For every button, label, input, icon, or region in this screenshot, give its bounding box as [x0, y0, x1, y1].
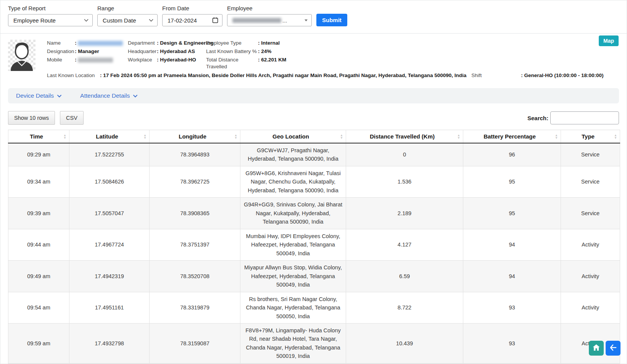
route-table-body: 09:29 am17.522275578.3964893G9CW+WJ7, Pr…	[8, 143, 620, 364]
person-silhouette-icon	[8, 40, 35, 71]
cell-longitude: 78.3520708	[150, 261, 240, 292]
table-row: 09:34 am17.508462678.3962725G95W+8G6, Kr…	[8, 166, 620, 197]
cell-type: Service	[561, 198, 620, 229]
home-icon	[593, 344, 600, 352]
info-field-label: Workplace	[128, 56, 157, 63]
cell-battery-percentage: 96	[463, 143, 561, 166]
floating-buttons	[589, 341, 621, 356]
csv-export-button[interactable]: CSV	[60, 111, 84, 125]
cell-battery-percentage: 95	[463, 198, 561, 229]
employee-field: Employee ...	[227, 5, 312, 26]
info-field-label: Department	[128, 40, 157, 47]
cell-type: Service	[561, 166, 620, 197]
type-of-report-value: Employee Route	[13, 17, 56, 24]
cell-latitude: 17.5057047	[69, 198, 150, 229]
cell-time: 09:59 am	[8, 323, 69, 363]
column-header-longitude[interactable]: Longitude▲▼	[150, 130, 240, 143]
info-field-value: :	[75, 56, 113, 63]
table-row: 09:29 am17.522275578.3964893G9CW+WJ7, Pr…	[8, 143, 620, 166]
show-rows-button[interactable]: Show 10 rows	[8, 111, 55, 125]
info-field-label: Mobile	[47, 56, 75, 63]
info-column-1: Name: Designation: ManagerMobile:	[47, 40, 128, 70]
table-row: 09:39 am17.505704778.3908365G94R+GG9, Sr…	[8, 198, 620, 229]
cell-geo-location: Mumbai Hwy, IDPI Employees Colony, Hafee…	[240, 229, 346, 260]
cell-time: 09:44 am	[8, 229, 69, 260]
employee-profile-panel: Map Name: Designation: ManagerMobile: De…	[0, 34, 627, 84]
table-controls: Show 10 rows CSV Search:	[8, 111, 619, 125]
sort-arrows-icon: ▲▼	[340, 134, 343, 139]
chevron-down-icon	[149, 19, 153, 22]
info-field-label: Last Known Battery %	[206, 48, 258, 55]
cell-longitude: 78.3319879	[150, 292, 240, 323]
table-row: 09:49 am17.494231978.3520708Miyapur Allw…	[8, 261, 620, 292]
cell-geo-location: G9CW+WJ7, Pragathi Nagar, Hyderabad, Tel…	[240, 143, 346, 166]
cell-longitude: 78.3962725	[150, 166, 240, 197]
info-field-label: Designation	[47, 48, 75, 55]
from-date-field: From Date 17-02-2024	[162, 5, 222, 26]
chevron-down-icon	[57, 92, 62, 99]
last-known-location-row: Last Known Location : 17 Feb 2024 05:50 …	[47, 72, 619, 79]
cell-battery-percentage: 93	[463, 323, 561, 363]
type-of-report-label: Type of Report	[8, 5, 93, 11]
cell-time: 09:54 am	[8, 292, 69, 323]
info-field: Mobile:	[47, 56, 128, 63]
cell-battery-percentage: 94	[463, 261, 561, 292]
route-table: Time▲▼Latitude▲▼Longitude▲▼Geo Location▲…	[8, 130, 620, 364]
cell-time: 09:29 am	[8, 143, 69, 166]
search-label: Search:	[527, 115, 548, 121]
column-header-time[interactable]: Time▲▼	[8, 130, 69, 143]
range-value: Custom Date	[103, 17, 136, 24]
column-header-distance-travelled-km-[interactable]: Distance Travelled (Km)▲▼	[346, 130, 463, 143]
shift-value: : General-HO (10:00:00 - 18:00:00)	[521, 72, 603, 79]
column-header-battery-percentage[interactable]: Battery Percentage▲▼	[463, 130, 561, 143]
cell-geo-location: Miyapur Allwyn Bus Stop, Widia Colony, H…	[240, 261, 346, 292]
info-field: Workplace: Hyderabad-HO	[128, 56, 206, 63]
cell-distance-travelled-km-: 8.722	[346, 292, 463, 323]
info-field-value: : Hyderabad-HO	[157, 56, 196, 63]
cell-latitude: 17.5084626	[69, 166, 150, 197]
sort-arrows-icon: ▲▼	[555, 134, 558, 139]
map-button[interactable]: Map	[599, 35, 619, 46]
cell-longitude: 78.3964893	[150, 143, 240, 166]
cell-latitude: 17.4951161	[69, 292, 150, 323]
info-field-value: : Hyderabad AS	[157, 48, 195, 55]
chevron-down-icon	[84, 19, 89, 22]
cell-distance-travelled-km-: 0	[346, 143, 463, 166]
route-table-header-row: Time▲▼Latitude▲▼Longitude▲▼Geo Location▲…	[8, 130, 620, 143]
device-details-toggle[interactable]: Device Details	[16, 92, 62, 99]
info-field-value: : 24%	[258, 48, 271, 55]
attendance-details-toggle[interactable]: Attendance Details	[80, 92, 138, 99]
cell-longitude: 78.3908365	[150, 198, 240, 229]
submit-button[interactable]: Submit	[316, 14, 347, 26]
employee-info: Name: Designation: ManagerMobile: Depart…	[47, 40, 619, 79]
column-header-latitude[interactable]: Latitude▲▼	[69, 130, 150, 143]
cell-geo-location: Rs brothers, Sri Ram Nagar Colony, Chand…	[240, 292, 346, 323]
back-button[interactable]	[606, 341, 621, 356]
from-date-input[interactable]: 17-02-2024	[162, 14, 222, 26]
cell-geo-location: G95W+8G6, Krishnaveni Nagar, Tulasi Naga…	[240, 166, 346, 197]
info-field: Headquarter: Hyderabad AS	[128, 48, 206, 55]
search-input[interactable]	[550, 111, 619, 124]
cell-type: Activity	[561, 261, 620, 292]
table-row: 09:54 am17.495116178.3319879Rs brothers,…	[8, 292, 620, 323]
info-field-label: Name	[47, 40, 75, 47]
cell-time: 09:34 am	[8, 166, 69, 197]
info-field: Designation: Manager	[47, 48, 128, 55]
home-button[interactable]	[589, 341, 604, 356]
type-of-report-field: Type of Report Employee Route	[8, 5, 93, 26]
calendar-icon[interactable]	[212, 17, 218, 23]
range-select[interactable]: Custom Date	[97, 14, 158, 26]
chevron-down-icon	[133, 92, 138, 99]
sort-arrows-icon: ▲▼	[63, 134, 66, 139]
last-known-location-value: : 17 Feb 2024 05:50 pm at Prameela Mansi…	[100, 72, 466, 79]
type-of-report-select[interactable]: Employee Route	[8, 14, 93, 26]
cell-battery-percentage: 93	[463, 292, 561, 323]
employee-select[interactable]: ...	[227, 14, 312, 26]
info-column-3: Employee Type: InternalLast Known Batter…	[206, 40, 328, 70]
column-header-geo-location[interactable]: Geo Location▲▼	[240, 130, 346, 143]
last-known-location-label: Last Known Location	[47, 72, 100, 79]
info-column-2: Department: Design & EngineeringHeadquar…	[128, 40, 206, 70]
cell-distance-travelled-km-: 1.536	[346, 166, 463, 197]
column-header-type[interactable]: Type▲▼	[561, 130, 620, 143]
cell-battery-percentage: 94	[463, 229, 561, 260]
